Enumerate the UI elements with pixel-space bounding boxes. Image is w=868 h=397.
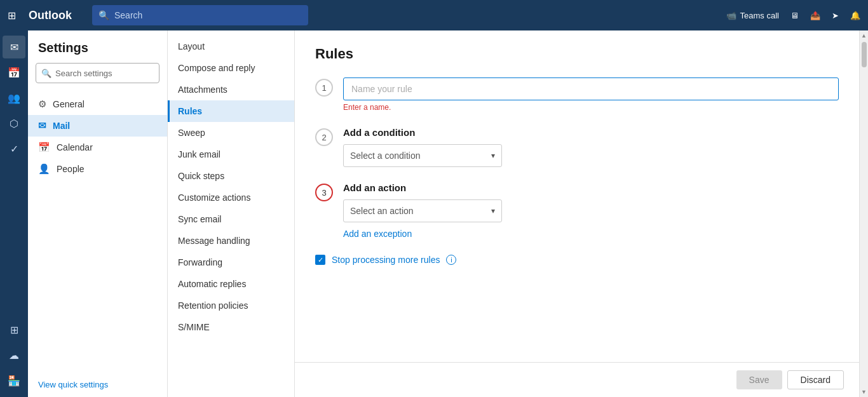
page-title: Rules [315,46,839,62]
chevron-down-icon-action: ▾ [491,206,495,215]
sidebar-item-mail[interactable]: ✉ [3,36,25,58]
nav-item-calendar[interactable]: 📅 Calendar [28,137,167,158]
gear-icon: ⚙ [38,98,46,110]
view-quick-settings-link[interactable]: View quick settings [28,376,167,397]
content-area: Rules 1 Enter a name. 2 Add a condition … [295,30,859,397]
monitor-icon: 🖥 [790,11,799,20]
share-icon-button[interactable]: 📤 [810,11,820,20]
settings-search-placeholder: Search settings [55,69,112,78]
nav-item-general[interactable]: ⚙ General [28,93,167,115]
menu-item-automatic-replies[interactable]: Automatic replies [168,273,294,295]
menu-list: Layout Compose and reply Attachments Rul… [168,30,295,397]
chevron-down-icon: ▾ [491,151,495,160]
bell-icon-button[interactable]: 🔔 [850,11,860,20]
sidebar-item-calendar[interactable]: 📅 [3,61,25,84]
settings-search-box[interactable]: 🔍 Search settings [36,63,159,83]
add-exception-link[interactable]: Add an exception [343,229,412,239]
video-icon: 📹 [726,11,736,20]
condition-dropdown-text: Select a condition [350,151,421,161]
nav-label-calendar: Calendar [57,142,93,152]
condition-dropdown[interactable]: Select a condition ▾ [343,144,502,167]
action-dropdown[interactable]: Select an action ▾ [343,199,502,222]
step-2: 2 Add a condition Select a condition ▾ [315,127,839,167]
bell-icon: 🔔 [850,11,860,20]
step-1-number: 1 [315,79,333,97]
menu-item-quick-steps[interactable]: Quick steps [168,165,294,187]
topbar-right: 📹 Teams call 🖥 📤 ➤ 🔔 [726,11,860,20]
step-2-label: Add a condition [343,127,839,138]
menu-item-sweep[interactable]: Sweep [168,122,294,144]
discard-button[interactable]: Discard [787,370,844,389]
step-1-content: Enter a name. [343,77,839,112]
settings-panel: Settings 🔍 Search settings ⚙ General ✉ M… [28,30,168,397]
main-layout: ✉ 📅 👥 ⬡ ✓ ⊞ ☁ 🏪 Settings 🔍 Search settin… [0,30,868,397]
sidebar-item-apps[interactable]: ⊞ [3,318,25,341]
menu-item-compose-reply[interactable]: Compose and reply [168,57,294,79]
grid-icon[interactable]: ⊞ [8,10,16,22]
calendar-nav-icon: 📅 [38,142,50,153]
step-3: 3 Add an action Select an action ▾ Add a… [315,182,839,239]
rule-name-input[interactable] [343,77,839,100]
menu-item-forwarding[interactable]: Forwarding [168,252,294,273]
bottom-bar: Save Discard [295,362,859,397]
mail-nav-icon: ✉ [38,120,46,131]
right-scrollbar: ▲ ▼ [859,30,868,397]
search-icon: 🔍 [98,10,109,20]
menu-item-message-handling[interactable]: Message handling [168,230,294,252]
stop-processing-row: ✓ Stop processing more rules i [315,255,839,265]
nav-label-people: People [57,164,85,174]
search-bar[interactable]: 🔍 Search [92,5,308,25]
info-icon[interactable]: i [446,255,456,265]
sidebar-item-cloud[interactable]: ☁ [3,344,25,367]
nav-label-general: General [53,99,85,109]
people-nav-icon: 👤 [38,163,50,175]
search-placeholder: Search [114,10,142,20]
step-3-number: 3 [315,184,333,201]
action-dropdown-text: Select an action [350,206,414,216]
monitor-icon-button[interactable]: 🖥 [790,11,799,20]
step-2-content: Add a condition Select a condition ▾ [343,127,839,167]
settings-title: Settings [28,41,167,63]
icon-sidebar: ✉ 📅 👥 ⬡ ✓ ⊞ ☁ 🏪 [0,30,28,397]
menu-item-layout[interactable]: Layout [168,36,294,57]
menu-item-sync-email[interactable]: Sync email [168,208,294,230]
menu-item-rules[interactable]: Rules [168,100,294,122]
step-1: 1 Enter a name. [315,77,839,112]
step-3-content: Add an action Select an action ▾ Add an … [343,182,839,239]
scrollbar-thumb[interactable] [862,42,867,67]
send-icon-button[interactable]: ➤ [832,11,839,20]
send-icon: ➤ [832,11,839,20]
settings-search-icon: 🔍 [41,69,51,78]
menu-item-smime[interactable]: S/MIME [168,316,294,338]
sidebar-item-people[interactable]: 👥 [3,86,25,109]
save-button[interactable]: Save [736,370,782,389]
menu-item-attachments[interactable]: Attachments [168,79,294,100]
stop-processing-label: Stop processing more rules [332,255,440,265]
share-icon: 📤 [810,11,820,20]
step-2-number: 2 [315,128,333,146]
nav-item-people[interactable]: 👤 People [28,158,167,180]
topbar: ⊞ Outlook 🔍 Search 📹 Teams call 🖥 📤 ➤ 🔔 [0,0,868,30]
app-logo: Outlook [29,9,72,22]
teams-call-button[interactable]: 📹 Teams call [726,11,779,20]
input-error: Enter a name. [343,103,839,112]
scrollbar-up[interactable]: ▲ [860,32,868,39]
menu-item-customize-actions[interactable]: Customize actions [168,187,294,208]
step-3-label: Add an action [343,182,839,193]
stop-processing-checkbox[interactable]: ✓ [315,255,325,265]
sidebar-item-store[interactable]: 🏪 [3,369,25,392]
scrollbar-down[interactable]: ▼ [860,388,868,396]
nav-item-mail[interactable]: ✉ Mail [28,115,167,137]
nav-label-mail: Mail [53,121,70,131]
sidebar-item-groups[interactable]: ⬡ [3,112,25,135]
menu-item-junk-email[interactable]: Junk email [168,144,294,165]
menu-item-retention-policies[interactable]: Retention policies [168,295,294,316]
settings-nav: ⚙ General ✉ Mail 📅 Calendar 👤 People [28,91,167,376]
sidebar-item-tasks[interactable]: ✓ [3,137,25,160]
